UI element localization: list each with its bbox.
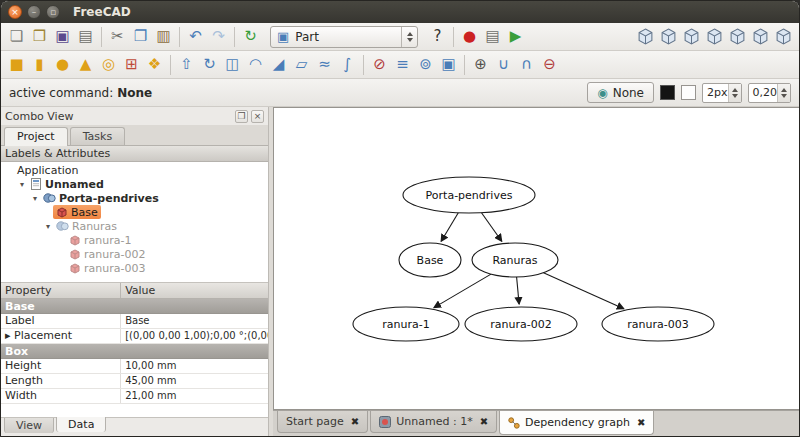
whats-this-icon[interactable]: ? xyxy=(426,25,449,48)
thickness-icon[interactable]: ▣ xyxy=(437,53,460,76)
view-front-icon[interactable] xyxy=(657,25,680,48)
view-top-icon[interactable] xyxy=(680,25,703,48)
refresh-icon[interactable]: ↻ xyxy=(239,25,262,48)
tree-item-content[interactable]: Application xyxy=(14,163,81,177)
primitives-icon[interactable]: ❖ xyxy=(143,53,166,76)
minimize-window-button[interactable]: – xyxy=(27,5,41,19)
cylinder-icon[interactable]: ▮ xyxy=(28,53,51,76)
record-macro-icon[interactable]: ● xyxy=(458,25,481,48)
fillet-icon[interactable]: ◠ xyxy=(244,53,267,76)
view-isometric-icon[interactable] xyxy=(634,25,657,48)
view-left-icon[interactable] xyxy=(772,25,795,48)
tree-item-content[interactable]: Base xyxy=(53,205,101,219)
copy-icon[interactable]: ❐ xyxy=(129,25,152,48)
document-tab-dependency-graph[interactable]: Dependency graph✖ xyxy=(499,411,654,435)
property-row-placement[interactable]: ▸ Placement[(0,00 0,00 1,00);0,00 °;(0,0… xyxy=(1,329,268,344)
tab-tasks[interactable]: Tasks xyxy=(70,127,125,145)
property-value[interactable]: 21,00 mm xyxy=(121,389,268,403)
close-panel-icon[interactable]: × xyxy=(251,110,264,123)
close-tab-icon[interactable]: ✖ xyxy=(637,417,645,428)
line-width-spinner[interactable]: 2px xyxy=(702,83,742,103)
selection-filter-button[interactable]: ◉ None xyxy=(587,82,654,103)
expander-icon[interactable]: ▾ xyxy=(17,180,27,189)
maximize-window-button[interactable]: ▫ xyxy=(46,5,60,19)
cut-boolean-icon[interactable]: ⊖ xyxy=(538,53,561,76)
model-tree[interactable]: Application▾Unnamed▾Porta-pendrivesBase▾… xyxy=(1,162,268,283)
property-row-width[interactable]: Width21,00 mm xyxy=(1,389,268,404)
document-tab-unnamed-1-[interactable]: Unnamed : 1*✖ xyxy=(370,411,497,433)
ruled-surface-icon[interactable]: ▱ xyxy=(290,53,313,76)
combo-view-header[interactable]: Combo View ❐ × xyxy=(1,107,268,125)
property-value[interactable]: [(0,00 0,00 1,00);0,00 °;(0,00 0,00 0,00… xyxy=(121,329,268,343)
tree-item-unnamed[interactable]: ▾Unnamed xyxy=(1,177,268,191)
cone-icon[interactable]: ▲ xyxy=(74,53,97,76)
graph-node-ranura-003[interactable]: ranura-003 xyxy=(602,307,714,341)
box-icon[interactable]: ■ xyxy=(5,53,28,76)
graph-node-porta-pendrives[interactable]: Porta-pendrives xyxy=(403,177,535,213)
property-value[interactable]: Base xyxy=(121,314,268,328)
property-row-height[interactable]: Height10,00 mm xyxy=(1,359,268,374)
close-tab-icon[interactable]: ✖ xyxy=(480,416,488,427)
execute-macro-icon[interactable]: ▶ xyxy=(504,25,527,48)
paste-icon[interactable]: ▥ xyxy=(152,25,175,48)
tab-data[interactable]: Data xyxy=(56,417,106,432)
tree-item-application[interactable]: Application xyxy=(1,163,268,177)
tree-item-content[interactable]: ranura-1 xyxy=(66,233,134,247)
print-icon[interactable]: ▤ xyxy=(74,25,97,48)
tree-item-content[interactable]: ranura-003 xyxy=(66,261,148,275)
dependency-graph-view[interactable]: Porta-pendrivesBaseRanurasranura-1ranura… xyxy=(273,107,799,410)
graph-node-base[interactable]: Base xyxy=(399,243,461,277)
deviation-spinner[interactable]: 0,20 xyxy=(748,83,792,103)
graph-node-ranura-002[interactable]: ranura-002 xyxy=(465,307,577,341)
undo-icon[interactable]: ↶ xyxy=(184,25,207,48)
view-right-icon[interactable] xyxy=(703,25,726,48)
tree-item-ranura-002[interactable]: ranura-002 xyxy=(1,247,268,261)
cut-icon[interactable]: ✂ xyxy=(106,25,129,48)
tree-item-porta-pendrives[interactable]: ▾Porta-pendrives xyxy=(1,191,268,205)
float-panel-icon[interactable]: ❐ xyxy=(235,110,248,123)
sweep-icon[interactable]: ∫ xyxy=(336,53,359,76)
tree-item-base[interactable]: Base xyxy=(1,205,268,219)
tree-item-content[interactable]: Porta-pendrives xyxy=(40,191,162,205)
tree-item-content[interactable]: Ranuras xyxy=(53,219,120,233)
loft-icon[interactable]: ≈ xyxy=(313,53,336,76)
expander-icon[interactable]: ▾ xyxy=(30,194,40,203)
extrude-icon[interactable]: ⇧ xyxy=(175,53,198,76)
combo-arrows-icon[interactable] xyxy=(401,27,417,47)
section-icon[interactable]: ⊘ xyxy=(368,53,391,76)
macros-dialog-icon[interactable]: ▤ xyxy=(481,25,504,48)
tree-item-ranura-1[interactable]: ranura-1 xyxy=(1,233,268,247)
property-editor[interactable]: BaseLabelBase▸ Placement[(0,00 0,00 1,00… xyxy=(1,299,268,417)
workbench-selector[interactable]: ▣ Part xyxy=(270,26,418,48)
revolve-icon[interactable]: ↻ xyxy=(198,53,221,76)
tab-view[interactable]: View xyxy=(4,418,54,433)
property-row-label[interactable]: LabelBase xyxy=(1,314,268,329)
view-rear-icon[interactable] xyxy=(726,25,749,48)
torus-icon[interactable]: ◎ xyxy=(97,53,120,76)
shape-builder-icon[interactable]: ⊞ xyxy=(120,53,143,76)
tree-item-content[interactable]: ranura-002 xyxy=(66,247,148,261)
property-value[interactable]: 10,00 mm xyxy=(121,359,268,373)
title-bar[interactable]: ×–▫ FreeCAD xyxy=(1,1,799,23)
open-file-icon[interactable]: ❒ xyxy=(28,25,51,48)
property-row-length[interactable]: Length45,00 mm xyxy=(1,374,268,389)
view-bottom-icon[interactable] xyxy=(749,25,772,48)
close-window-button[interactable]: × xyxy=(8,5,22,19)
save-icon[interactable]: ▣ xyxy=(51,25,74,48)
spinner-arrows-icon[interactable] xyxy=(728,84,741,102)
close-tab-icon[interactable]: ✖ xyxy=(351,416,359,427)
tree-item-ranura-003[interactable]: ranura-003 xyxy=(1,261,268,275)
union-icon[interactable]: ∪ xyxy=(492,53,515,76)
offset-icon[interactable]: ⊚ xyxy=(414,53,437,76)
graph-node-ranura-1[interactable]: ranura-1 xyxy=(353,307,459,341)
face-color-swatch[interactable] xyxy=(681,85,696,100)
intersection-icon[interactable]: ∩ xyxy=(515,53,538,76)
new-file-icon[interactable]: ❏ xyxy=(5,25,28,48)
document-tab-start-page[interactable]: Start page✖ xyxy=(277,411,368,433)
sphere-icon[interactable]: ● xyxy=(51,53,74,76)
boolean-icon[interactable]: ⊕ xyxy=(469,53,492,76)
expander-icon[interactable]: ▾ xyxy=(43,222,53,231)
redo-icon[interactable]: ↷ xyxy=(207,25,230,48)
spinner-arrows-icon[interactable] xyxy=(777,84,790,102)
mirror-icon[interactable]: ◫ xyxy=(221,53,244,76)
